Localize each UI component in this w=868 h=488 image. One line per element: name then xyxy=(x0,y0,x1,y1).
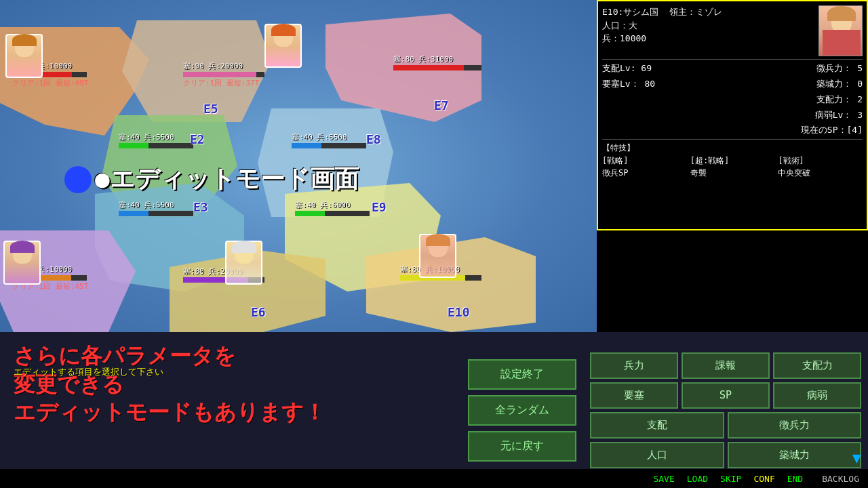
action-btn-row-3: 支配 徴兵力 xyxy=(590,412,861,439)
control-button[interactable]: 支配 xyxy=(590,412,724,439)
control-power: 支配力： 2 xyxy=(734,94,863,106)
end-button[interactable]: END xyxy=(782,472,808,485)
blue-circle-icon xyxy=(64,166,92,193)
e8-label: E8 xyxy=(366,132,381,146)
e6-portrait xyxy=(225,241,262,285)
e10-portrait xyxy=(419,234,456,278)
e10-label: E10 xyxy=(448,305,470,319)
save-button[interactable]: SAVE xyxy=(648,472,679,485)
control-empty xyxy=(602,94,731,106)
settings-end-button[interactable]: 設定終了 xyxy=(468,359,576,390)
e8-status: 塞:40 兵:5500 xyxy=(292,132,366,148)
load-button[interactable]: LOAD xyxy=(682,472,713,485)
domination-button[interactable]: 支配力 xyxy=(773,352,861,379)
edit-mode-overlay: ●エディットモード画面 xyxy=(64,163,359,196)
population-text: 人口：大 xyxy=(602,19,722,33)
troops-text: 兵：10000 xyxy=(602,32,722,45)
e6-label: E6 xyxy=(251,305,266,319)
backlog-button[interactable]: BACKLOG xyxy=(816,472,865,485)
skills-names: 徴兵SP奇襲中央突破 xyxy=(602,167,863,179)
e2-status: 塞:40 兵:5500 xyxy=(119,132,193,148)
action-btn-row-4: 人口 築城力 xyxy=(590,442,861,468)
info-title: E10:サシム国 領主：ミゾレ 人口：大 兵：10000 xyxy=(602,5,722,45)
skill-name-1: 奇襲 xyxy=(690,167,775,179)
skills-section: 【特技】 [戦略][超:戦略][戦術] 徴兵SP奇襲中央突破 xyxy=(602,142,863,179)
e2-label: E2 xyxy=(190,132,205,146)
troops-button[interactable]: 兵力 xyxy=(590,352,678,379)
skip-button[interactable]: SKIP xyxy=(715,472,747,485)
weak-empty xyxy=(602,109,731,121)
info-panel: E10:サシム国 領主：ミゾレ 人口：大 兵：10000 支配Lv: 69 徴兵… xyxy=(597,0,868,230)
e5-portrait xyxy=(264,24,302,68)
e3-label: E3 xyxy=(193,200,208,214)
e3-status: 塞:40 兵:5500 xyxy=(119,200,193,216)
intel-button[interactable]: 課報 xyxy=(682,352,770,379)
weak-lv: 病弱Lv： 3 xyxy=(734,109,863,121)
scroll-down-arrow[interactable]: ▼ xyxy=(852,449,861,466)
bottom-right-buttons: 兵力 課報 支配力 要塞 SP 病弱 支配 徴兵力 人口 築城力 xyxy=(583,332,868,488)
sub-description: エディットする項目を選択して下さい xyxy=(14,366,163,378)
info-header: E10:サシム国 領主：ミゾレ 人口：大 兵：10000 xyxy=(602,5,863,56)
territory-lord: E10:サシム国 領主：ミゾレ xyxy=(602,5,722,19)
bottom-left: さらに各パラメータを 変更できる エディットモードもあります！ エディットする項… xyxy=(0,332,461,488)
bottom-middle-buttons: 設定終了 全ランダム 元に戻す xyxy=(461,332,583,488)
all-random-button[interactable]: 全ランダム xyxy=(468,395,576,426)
fortress-lv: 要塞Lv： 80 xyxy=(602,78,731,90)
action-btn-row-1: 兵力 課報 支配力 xyxy=(590,352,861,379)
skill-name-0: 徴兵SP xyxy=(602,167,687,179)
weak-button[interactable]: 病弱 xyxy=(773,382,861,409)
e4-portrait xyxy=(3,241,41,285)
conscript-button[interactable]: 徴兵力 xyxy=(728,412,862,439)
skill-cat-1: [超:戦略] xyxy=(690,155,775,167)
conf-button[interactable]: CONF xyxy=(748,472,780,485)
conscript-power: 徴兵力： 5 xyxy=(734,62,863,75)
e5-label: E5 xyxy=(203,102,218,116)
edit-mode-text: ●エディットモード画面 xyxy=(95,163,359,196)
main-description: さらに各パラメータを 変更できる エディットモードもあります！ xyxy=(14,342,448,427)
lord-portrait xyxy=(818,5,863,56)
revert-button[interactable]: 元に戻す xyxy=(468,431,576,462)
stats-grid: 支配Lv: 69 徴兵力： 5 要塞Lv： 80 築城力： 0 支配力： 2 病… xyxy=(602,62,863,121)
skills-categories: [戦略][超:戦略][戦術] xyxy=(602,155,863,167)
skill-cat-0: [戦略] xyxy=(602,155,687,167)
e7-status: 塞:80 兵:31000 xyxy=(393,54,481,70)
map-area: 塞:80 兵:10000 クリア:1回 最短:49T E1 塞:90 兵:200… xyxy=(0,0,597,332)
fortress-button[interactable]: 要塞 xyxy=(590,382,678,409)
skills-header: 【特技】 xyxy=(602,142,863,154)
e9-status: 塞:40 兵:6000 xyxy=(295,200,370,216)
bottom-panel: さらに各パラメータを 変更できる エディットモードもあります！ エディットする項… xyxy=(0,332,868,488)
skill-cat-2: [戦術] xyxy=(778,155,863,167)
e5-status: 塞:90 兵:20000 クリア:1回 最短:37T xyxy=(183,61,264,88)
e7-label: E7 xyxy=(434,98,449,113)
sp-button[interactable]: SP xyxy=(682,382,770,409)
castle-button[interactable]: 築城力 xyxy=(728,442,862,468)
action-btn-row-2: 要塞 SP 病弱 xyxy=(590,382,861,409)
current-sp: 現在のSP：[4] xyxy=(602,124,863,136)
skill-name-2: 中央突破 xyxy=(778,167,863,179)
bottom-bar: SAVE LOAD SKIP CONF END BACKLOG xyxy=(0,469,868,488)
castle-power: 築城力： 0 xyxy=(734,78,863,90)
e1-portrait xyxy=(5,34,43,78)
population-button[interactable]: 人口 xyxy=(590,442,724,468)
domination-lv: 支配Lv: 69 xyxy=(602,62,731,75)
e9-label: E9 xyxy=(372,200,387,214)
